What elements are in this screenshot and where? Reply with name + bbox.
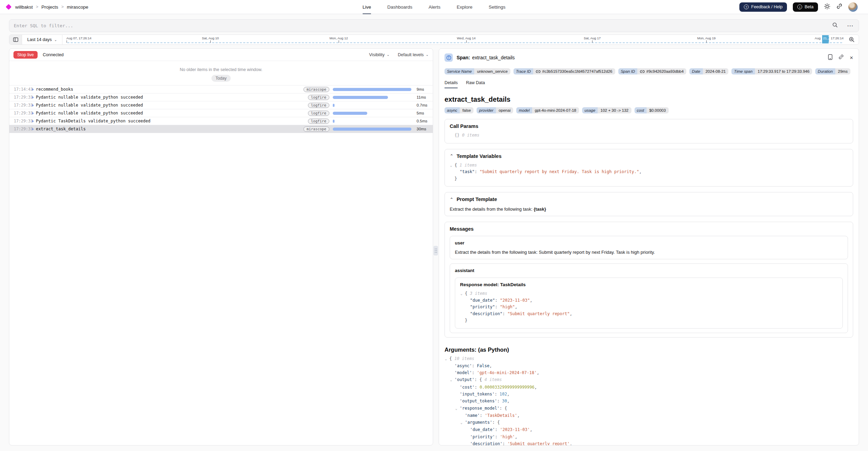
breadcrumb-item[interactable]: willbakst: [15, 4, 33, 10]
drag-dots-icon: [435, 249, 436, 249]
trace-row-duration-bar: [333, 96, 411, 99]
attribute-pill: model gpt-4o-mini-2024-07-18: [516, 107, 579, 113]
assistant-message: assistant Response model: TaskDetails ⌄{…: [450, 263, 848, 333]
attribute-pill-value: #9c942620aa93dbb4: [637, 68, 686, 74]
trace-row[interactable]: 17:29:33 ◆ Pydantic TaskDetails validate…: [9, 117, 433, 125]
timeline-tick-label: Aug 21, 17:26:14: [815, 36, 844, 40]
trace-row[interactable]: 17:14:43 ◆ recommend_books mirascope 9ms: [9, 86, 433, 93]
response-model-json[interactable]: ⌄{ 3 items"due_date": "2023-11-03","prio…: [460, 290, 838, 324]
detail-tab[interactable]: Raw Data: [466, 80, 485, 88]
call-params-json: {} 0 items: [450, 132, 848, 139]
trace-row[interactable]: 17:29:33 ◆ extract_task_details mirascop…: [9, 125, 433, 133]
more-options-icon[interactable]: ⋯: [847, 22, 854, 29]
trace-row-duration-bar: [333, 104, 411, 107]
attribute-pill-value: openai: [496, 107, 513, 113]
attribute-pill-value: gpt-4o-mini-2024-07-18: [532, 107, 579, 113]
trace-row[interactable]: 17:29:33 ◆ Pydantic nullable validate_py…: [9, 93, 433, 101]
timeline-selection[interactable]: 21,: [822, 35, 829, 43]
breadcrumb-item[interactable]: Projects: [41, 4, 58, 10]
attribute-pill[interactable]: Trace ID #c3b5157330ea5c1fd4572747af512d…: [513, 68, 615, 74]
user-avatar[interactable]: [848, 2, 858, 12]
trace-row-duration: 5ms: [411, 111, 433, 115]
trace-row-name: Pydantic nullable validate_python succee…: [36, 95, 308, 100]
nav-tab[interactable]: Live: [362, 0, 371, 14]
collapse-caret-icon: ⌃: [450, 153, 453, 159]
collapse-caret-icon: ⌃: [450, 197, 453, 202]
trace-row-scope-tag: mirascope: [303, 87, 329, 92]
attribute-pill-label: Date: [689, 68, 702, 74]
detail-tab[interactable]: Details: [445, 80, 458, 88]
zoom-in-icon[interactable]: [845, 35, 859, 44]
share-link-icon[interactable]: [836, 3, 842, 11]
nav-tab[interactable]: Settings: [489, 0, 506, 14]
question-icon: ?: [744, 4, 749, 9]
trace-row-duration-bar: [333, 112, 411, 115]
timeline-tick-mark: [339, 40, 339, 43]
trace-row-time: 17:29:33: [9, 95, 31, 100]
beta-button[interactable]: i Beta: [793, 2, 818, 12]
close-icon[interactable]: ×: [850, 55, 853, 61]
nav-tab[interactable]: Explore: [457, 0, 472, 14]
copy-link-icon[interactable]: [838, 54, 844, 61]
timeline-strip[interactable]: Aug 07, 17:26:14Sat, Aug 10Mon, Aug 12We…: [62, 35, 845, 44]
span-detail-tabs: DetailsRaw Data: [445, 80, 853, 88]
attribute-pill-value: unknown_service: [474, 68, 510, 74]
span-diamond-icon: ◆: [31, 103, 36, 107]
sql-filter-input[interactable]: [9, 23, 832, 28]
response-model-title: Response model: TaskDetails: [460, 282, 838, 287]
messages-card: Messages user Extract the details from t…: [445, 222, 853, 338]
timeline-tick-label: Wed, Aug 14: [457, 36, 476, 40]
default-levels-dropdown[interactable]: Default levels ⌄: [398, 52, 429, 57]
attribute-pill-label: Span ID: [618, 68, 638, 74]
panel-resize-handle[interactable]: [433, 246, 438, 255]
attribute-pill: Time span 17:29:33.917 to 17:29:33.946: [731, 68, 812, 74]
span-heading: extract_task_details: [445, 96, 853, 103]
nav-tab[interactable]: Dashboards: [387, 0, 412, 14]
breadcrumb-item[interactable]: mirascope: [67, 4, 88, 10]
arguments-json[interactable]: ⌄{ 10 items'async': False,'model': 'gpt-…: [445, 355, 853, 446]
open-panel-icon[interactable]: [828, 54, 832, 61]
theme-toggle-icon[interactable]: [824, 3, 830, 11]
link-icon: [536, 70, 540, 73]
visibility-dropdown[interactable]: Visibility ⌄: [369, 52, 389, 57]
span-detail-panel: Span:extract_task_details × Service Name…: [439, 48, 859, 445]
stop-live-button[interactable]: Stop live: [13, 51, 38, 59]
message-role: assistant: [455, 268, 843, 273]
feedback-help-button[interactable]: ? Feedback / Help: [739, 2, 787, 12]
timeline-tick-mark: [706, 40, 707, 43]
attribute-pill[interactable]: Span ID #9c942620aa93dbb4: [618, 68, 687, 74]
trace-row-duration: 30ms: [411, 127, 433, 131]
trace-row-duration: 9ms: [411, 87, 433, 91]
timeline-tick-label: Sat, Aug 10: [202, 36, 219, 40]
chevron-down-icon: ⌄: [54, 38, 57, 42]
live-panel-header: Stop live Connected Visibility ⌄ Default…: [9, 49, 433, 61]
message-role: user: [455, 240, 843, 245]
messages-title: Messages: [450, 226, 848, 232]
attribute-pill: Service Name unknown_service: [445, 68, 510, 74]
attribute-pill-label: cost: [635, 107, 647, 113]
span-diamond-icon: ◆: [31, 119, 36, 123]
nav-tab[interactable]: Alerts: [429, 0, 441, 14]
attribute-pill-value: 29ms: [835, 68, 850, 74]
trace-row[interactable]: 17:29:33 ◆ Pydantic nullable validate_py…: [9, 101, 433, 109]
template-variables-json[interactable]: ⌄{ 1 items"task": "Submit quarterly repo…: [450, 162, 848, 182]
attribute-pill-value: $0.00003: [647, 107, 669, 113]
time-range-dropdown[interactable]: Last 14 days ⌄: [22, 35, 62, 44]
trace-row-scope-tag: logfire: [308, 111, 329, 116]
timeline-tick-mark: [466, 40, 467, 43]
response-model-card: Response model: TaskDetails ⌄{ 3 items"d…: [455, 278, 843, 329]
template-variables-title[interactable]: ⌃ Template Variables: [450, 153, 848, 159]
trace-row-time: 17:29:33: [9, 103, 31, 108]
chevron-down-icon: ⌄: [387, 53, 389, 57]
search-icon[interactable]: [832, 22, 838, 29]
attribute-pill: usage 102 + 30 -> 132: [582, 107, 631, 113]
prompt-template-card: ⌃ Prompt Template Extract the details fr…: [445, 192, 853, 216]
trace-row[interactable]: 17:29:33 ◆ Pydantic nullable validate_py…: [9, 109, 433, 117]
brand-diamond-icon: [6, 4, 12, 10]
span-diamond-icon: ◆: [31, 88, 36, 91]
prompt-template-title[interactable]: ⌃ Prompt Template: [450, 197, 848, 202]
timeline-tick-label: Mon, Aug 19: [697, 36, 716, 40]
sidebar-toggle-button[interactable]: [9, 35, 22, 44]
template-variables-card: ⌃ Template Variables ⌄{ 1 items"task": "…: [445, 149, 853, 187]
span-panel-title: Span:extract_task_details: [457, 55, 515, 60]
